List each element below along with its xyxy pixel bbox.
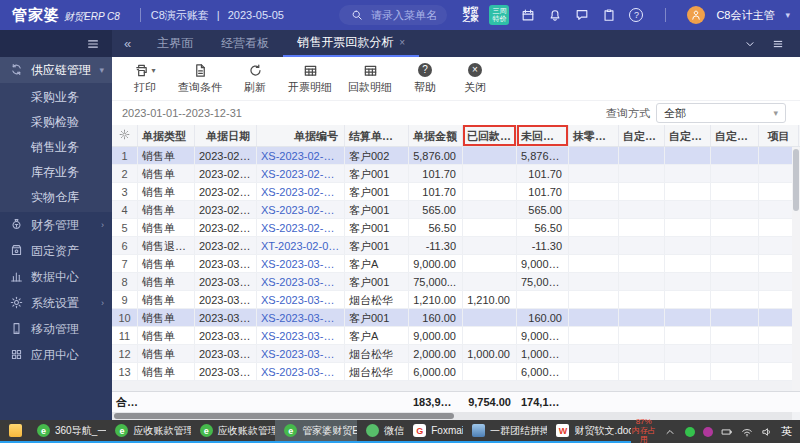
battery-icon[interactable]: [721, 425, 733, 438]
column-header-未回款金额[interactable]: 未回款金额: [517, 125, 569, 146]
table-row[interactable]: 10销售单2023-03-29XS-2023-03-29-000...客户001…: [112, 309, 800, 327]
column-header-项目[interactable]: 项目: [759, 125, 799, 146]
menu-search[interactable]: 请录入菜单名: [339, 5, 447, 25]
table-row[interactable]: 3销售单2023-02-02XS-2023-02-02-000...客户0011…: [112, 183, 800, 201]
taskbar-app-管家婆财贸E...[interactable]: e管家婆财贸E...: [275, 420, 357, 443]
input-language-indicator[interactable]: 英: [781, 424, 792, 439]
chat-icon[interactable]: [574, 7, 590, 23]
sidebar-item-固定资产[interactable]: 固定资产: [0, 238, 112, 264]
chevron-up-icon[interactable]: [664, 425, 676, 438]
toolbar-button-开票明细[interactable]: 开票明细: [282, 60, 338, 97]
toolbar-button-关闭[interactable]: ×关闭: [452, 60, 498, 97]
promo-badge[interactable]: 三周 特价: [489, 5, 509, 25]
horizontal-scrollbar-thumb[interactable]: [114, 413, 454, 419]
volume-icon[interactable]: [761, 425, 773, 438]
tab-close-icon[interactable]: ×: [399, 37, 405, 48]
clipboard-icon[interactable]: [601, 7, 617, 23]
taskbar-app-微信[interactable]: 微信: [357, 420, 404, 443]
table-row[interactable]: 13销售单2023-03-31XS-2023-03-31-000...烟台松华6…: [112, 363, 800, 381]
sidebar-subitem-库存业务[interactable]: 库存业务: [0, 160, 112, 185]
sidebar-item-数据中心[interactable]: 数据中心: [0, 264, 112, 290]
wifi-icon[interactable]: [741, 425, 753, 438]
toolbar-button-帮助[interactable]: ?帮助: [402, 60, 448, 97]
table-row[interactable]: 6销售退货单2023-02-08XT-2023-02-08-000...客户00…: [112, 237, 800, 255]
calendar-icon[interactable]: [520, 7, 536, 23]
taskbar-app-财贸软文.doc...[interactable]: W财贸软文.doc...: [547, 420, 631, 443]
table-row[interactable]: 7销售单2023-03-25XS-2023-03-25-000...客户A9,0…: [112, 255, 800, 273]
table-row[interactable]: 1销售单2023-02-02XS-2023-02-02-000...客户0025…: [112, 147, 800, 165]
bell-icon[interactable]: [547, 7, 563, 23]
tab-主界面[interactable]: 主界面: [143, 30, 207, 57]
column-header-单据金额[interactable]: 单据金额: [409, 125, 463, 146]
toolbar-button-打印[interactable]: ▾打印: [122, 60, 168, 97]
table-row[interactable]: 12销售单2023-03-31XS-2023-03-31-000...烟台松华2…: [112, 345, 800, 363]
column-header-结算单位全名[interactable]: 结算单位全名: [345, 125, 409, 146]
doc-number-link[interactable]: XS-2023-02-02-000...: [257, 183, 345, 200]
table-row[interactable]: 11销售单2023-03-29XS-2023-03-29-000...客户A9,…: [112, 327, 800, 345]
taskbar-app-folder[interactable]: [0, 420, 28, 443]
tabs-scroll-left-icon[interactable]: «: [112, 30, 143, 57]
taskbar-app-360导航_一...[interactable]: e360导航_一...: [28, 420, 106, 443]
chevron-down-icon[interactable]: [742, 36, 758, 52]
doc-number-link[interactable]: XS-2023-03-31-000...: [257, 345, 345, 362]
column-header-自定义5[interactable]: 自定义5: [665, 125, 711, 146]
doc-number-link[interactable]: XS-2023-02-02-000...: [257, 147, 345, 164]
purple-dot[interactable]: [703, 425, 713, 438]
doc-number-link[interactable]: XS-2023-02-06-000...: [257, 219, 345, 236]
memory-usage-indicator[interactable]: 87% 内存占用: [631, 418, 656, 443]
table-row[interactable]: 4销售单2023-02-02XS-2023-02-02-000...客户0015…: [112, 201, 800, 219]
column-header-单据类型[interactable]: 单据类型: [138, 125, 195, 146]
doc-number-link[interactable]: XS-2023-03-31-000...: [257, 363, 345, 380]
doc-number-link[interactable]: XS-2023-03-29-000...: [257, 327, 345, 344]
column-header-已回款金额[interactable]: 已回款金额: [463, 125, 517, 146]
column-header-单据日期[interactable]: 单据日期: [195, 125, 257, 146]
column-header-自定义6[interactable]: 自定义6: [711, 125, 759, 146]
doc-number-link[interactable]: XS-2023-03-29-000...: [257, 309, 345, 326]
table-row[interactable]: 8销售单2023-03-29XS-2023-03-29-000...客户0017…: [112, 273, 800, 291]
column-header-自定义4[interactable]: 自定义4: [619, 125, 665, 146]
sidebar-subitem-实物仓库[interactable]: 实物仓库: [0, 185, 112, 210]
doc-number-link[interactable]: XS-2023-02-02-000...: [257, 165, 345, 182]
toolbar-button-查询条件[interactable]: 查询条件: [172, 60, 228, 97]
doc-number-link[interactable]: XS-2023-03-29-000...: [257, 273, 345, 290]
vertical-scrollbar-thumb[interactable]: [793, 149, 799, 211]
sidebar-item-应用中心[interactable]: 应用中心: [0, 342, 112, 368]
sidebar-item-系统设置[interactable]: 系统设置›: [0, 290, 112, 316]
green-dot[interactable]: [684, 425, 694, 438]
vertical-scrollbar[interactable]: [792, 147, 800, 391]
horizontal-scrollbar[interactable]: [112, 412, 792, 420]
toolbar-button-刷新[interactable]: 刷新: [232, 60, 278, 97]
chevron-down-icon[interactable]: ▾: [785, 10, 790, 20]
sidebar-item-供应链管理[interactable]: 供应链管理▾: [0, 57, 112, 83]
sidebar-item-移动管理[interactable]: 移动管理: [0, 316, 112, 342]
asset-icon: [10, 244, 24, 258]
tab-list-icon[interactable]: [770, 36, 786, 52]
sidebar-collapse-button[interactable]: [0, 30, 112, 57]
column-header-抹零金额[interactable]: 抹零金额: [569, 125, 619, 146]
sidebar-subitem-采购检验[interactable]: 采购检验: [0, 110, 112, 135]
doc-number-link[interactable]: XS-2023-03-29-000...: [257, 291, 345, 308]
cell: [711, 255, 759, 272]
table-row[interactable]: 9销售单2023-03-29XS-2023-03-29-000...烟台松华1,…: [112, 291, 800, 309]
sidebar-subitem-采购业务[interactable]: 采购业务: [0, 85, 112, 110]
tab-经营看板[interactable]: 经营看板: [207, 30, 283, 57]
doc-number-link[interactable]: XS-2023-03-25-000...: [257, 255, 345, 272]
avatar[interactable]: [687, 6, 705, 24]
taskbar-app-应收账款管理...[interactable]: e应收账款管理...: [191, 420, 275, 443]
taskbar-app-Foxmail[interactable]: GFoxmail: [404, 420, 463, 443]
tab-销售开票回款分析[interactable]: 销售开票回款分析×: [283, 30, 419, 57]
question-icon[interactable]: ?: [628, 7, 644, 23]
table-row[interactable]: 2销售单2023-02-02XS-2023-02-02-000...客户0011…: [112, 165, 800, 183]
column-settings-gear-icon[interactable]: [112, 125, 138, 146]
sidebar-item-财务管理[interactable]: 财务管理›: [0, 212, 112, 238]
sidebar-subitem-销售业务[interactable]: 销售业务: [0, 135, 112, 160]
column-header-单据编号[interactable]: 单据编号: [257, 125, 345, 146]
toolbar-button-回款明细[interactable]: 回款明细: [342, 60, 398, 97]
taskbar-app-一群团结拼搏...[interactable]: 一群团结拼搏...: [463, 420, 547, 443]
chevron-down-icon[interactable]: ▾: [151, 66, 155, 75]
taskbar-app-应收账款管理...[interactable]: e应收账款管理...: [106, 420, 190, 443]
table-row[interactable]: 5销售单2023-02-06XS-2023-02-06-000...客户0015…: [112, 219, 800, 237]
doc-number-link[interactable]: XT-2023-02-08-000...: [257, 237, 345, 254]
doc-number-link[interactable]: XS-2023-02-02-000...: [257, 201, 345, 218]
query-mode-select[interactable]: 全部 ▾: [656, 103, 786, 123]
